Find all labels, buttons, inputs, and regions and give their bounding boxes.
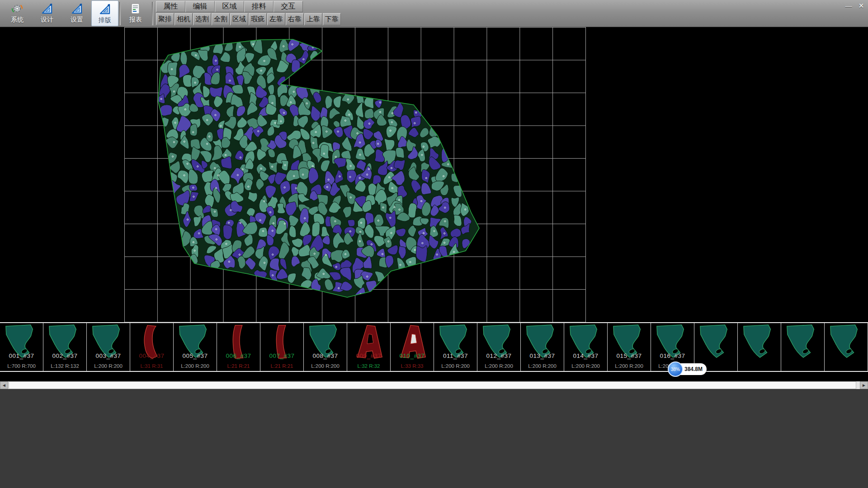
piece-counts: L:200 R:200 (564, 363, 607, 369)
piece-counts: L:21 R:21 (260, 363, 303, 369)
filmstrip-gap (0, 372, 868, 381)
menu-button-5[interactable]: 交互 (274, 1, 303, 12)
nesting-canvas-svg[interactable] (0, 27, 868, 322)
setsquare-icon (71, 2, 83, 15)
menu-button-2[interactable]: 编辑 (185, 1, 215, 12)
app-button-label: 设置 (71, 16, 83, 24)
app-button-5[interactable]: 报表 (122, 0, 149, 26)
menu-bar: 属性编辑区域排料交互 (156, 1, 303, 12)
piece-thumbnail-8[interactable]: 008_#37L:200 R:200 (304, 323, 347, 371)
piece-thumbnail-3[interactable]: 003_#37L:200 R:200 (87, 323, 130, 371)
piece-name: 011_#37 (434, 352, 477, 359)
tool-button-6[interactable]: 瑕疵 (249, 13, 267, 25)
piece-name: 005_#37 (174, 352, 217, 359)
piece-counts: L:200 R:200 (608, 363, 651, 369)
window-controls: — ✕ (844, 2, 865, 10)
piece-thumbnail-6[interactable]: 006_#37L:21 R:21 (217, 323, 260, 371)
tool-button-3[interactable]: 选割 (193, 13, 211, 25)
menu-button-3[interactable]: 区域 (215, 1, 244, 12)
piece-name: 012_#37 (477, 352, 520, 359)
menu-button-1[interactable]: 属性 (156, 1, 185, 12)
toolbar-divider (119, 2, 120, 25)
piece-thumbnail-4[interactable]: 004_#37L:31 R:31 (130, 323, 174, 371)
menu-button-4[interactable]: 排料 (244, 1, 274, 12)
piece-name: 016_#37 (651, 352, 694, 359)
piece-name: 009_#37 (347, 352, 390, 359)
piece-counts: L:33 R:33 (391, 363, 434, 369)
piece-counts: L:200 R:200 (87, 363, 130, 369)
piece-name: 004_#37 (130, 352, 173, 359)
tool-button-5[interactable]: 区域 (230, 13, 248, 25)
progress-circle: 38% (668, 361, 683, 377)
app-button-label: 设计 (41, 16, 53, 24)
piece-thumbnail-5[interactable]: 005_#37L:200 R:200 (174, 323, 217, 371)
app-button-label: 报表 (129, 16, 142, 24)
piece-name: 001_#37 (0, 352, 43, 359)
app-button-2[interactable]: 设计 (33, 0, 61, 26)
piece-counts: L:32 R:32 (347, 363, 390, 369)
piece-name: 006_#37 (217, 352, 260, 359)
piece-counts: L:31 R:31 (130, 363, 173, 369)
piece-counts: L:200 R:200 (434, 363, 477, 369)
tool-button-1[interactable]: 聚排 (156, 13, 174, 25)
piece-name: 003_#37 (87, 352, 130, 359)
piece-shape (739, 324, 779, 359)
app-button-4[interactable]: 排版 (91, 0, 118, 26)
nesting-canvas[interactable] (0, 27, 868, 322)
tool-button-8[interactable]: 右靠 (286, 13, 304, 25)
piece-shape (696, 324, 736, 359)
app-launcher: 系统设计设置排版报表 (0, 0, 154, 27)
piece-counts: L:200 R:200 (174, 363, 217, 369)
progress-value: 38% (671, 367, 680, 372)
piece-thumbnail-11[interactable]: 011_#37L:200 R:200 (434, 323, 477, 371)
piece-counts: L:21 R:21 (217, 363, 260, 369)
piece-thumbnail-1[interactable]: 001_#37L:700 R:700 (0, 323, 43, 371)
gear-icon (11, 2, 23, 15)
piece-name: 007_#37 (260, 352, 303, 359)
piece-thumbnail-2[interactable]: 002_#37L:132 R:132 (43, 323, 87, 371)
tool-button-7[interactable]: 左靠 (267, 13, 285, 25)
scroll-right-button[interactable]: ► (860, 381, 868, 389)
piece-thumbnail-12[interactable]: 012_#37L:200 R:200 (477, 323, 521, 371)
piece-thumbnail-14[interactable]: 014_#37L:200 R:200 (564, 323, 608, 371)
piece-thumbnail-18[interactable] (738, 323, 781, 371)
piece-name: 013_#37 (521, 352, 564, 359)
memory-value: 384.8M (684, 366, 703, 372)
tool-bar: 聚排相机选割全割区域瑕疵左靠右靠上靠下靠 (156, 13, 341, 25)
piece-name: 010_#37 (391, 352, 434, 359)
piece-counts: L:200 R:200 (304, 363, 347, 369)
piece-thumbnail-19[interactable] (781, 323, 825, 371)
tool-button-10[interactable]: 下靠 (323, 13, 341, 25)
scroll-left-button[interactable]: ◄ (0, 381, 8, 389)
report-icon (130, 2, 142, 15)
tool-button-9[interactable]: 上靠 (304, 13, 322, 25)
piece-name: 002_#37 (43, 352, 86, 359)
piece-filmstrip: 001_#37L:700 R:700002_#37L:132 R:132003_… (0, 322, 868, 372)
app-button-1[interactable]: 系统 (4, 0, 31, 26)
minimize-button[interactable]: — (844, 2, 853, 10)
piece-thumbnail-9[interactable]: 009_#37L:32 R:32 (347, 323, 391, 371)
piece-thumbnail-13[interactable]: 013_#37L:200 R:200 (521, 323, 564, 371)
toolbar: 系统设计设置排版报表 属性编辑区域排料交互 聚排相机选割全割区域瑕疵左靠右靠上靠… (0, 0, 868, 27)
piece-thumbnail-15[interactable]: 015_#37L:200 R:200 (608, 323, 651, 371)
toolbar-divider (152, 2, 153, 25)
piece-thumbnail-20[interactable] (825, 323, 868, 371)
app-button-label: 排版 (99, 16, 111, 24)
tool-button-4[interactable]: 全割 (212, 13, 230, 25)
piece-thumbnail-7[interactable]: 007_#37L:21 R:21 (260, 323, 304, 371)
piece-name: 015_#37 (608, 352, 651, 359)
piece-name: 008_#37 (304, 352, 347, 359)
piece-counts: L:132 R:132 (43, 363, 86, 369)
piece-counts: L:200 R:200 (521, 363, 564, 369)
scroll-track[interactable] (8, 381, 860, 389)
piece-thumbnail-10[interactable]: 010_#37L:33 R:33 (391, 323, 434, 371)
scroll-thumb[interactable] (9, 381, 856, 389)
close-button[interactable]: ✕ (857, 2, 865, 10)
piece-shape (826, 324, 866, 359)
setsquare-icon (41, 2, 53, 15)
app-button-3[interactable]: 设置 (63, 0, 90, 26)
piece-counts: L:700 R:700 (0, 363, 43, 369)
piece-name: 014_#37 (564, 352, 607, 359)
tool-button-2[interactable]: 相机 (175, 13, 193, 25)
horizontal-scrollbar[interactable]: ◄ ► (0, 381, 868, 389)
